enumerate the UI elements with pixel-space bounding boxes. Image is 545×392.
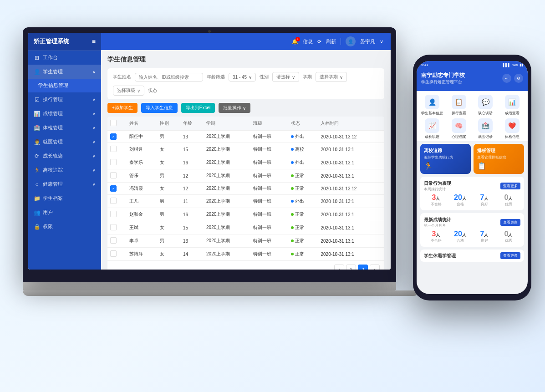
- student-table: 姓名 性别 年龄 学期 班级 状态 入档时间: [107, 117, 384, 261]
- sidebar-item-score[interactable]: 📊 成绩管理 ∨: [28, 107, 101, 121]
- row-gender: 男: [157, 131, 180, 143]
- phone-card-absence[interactable]: 离校追踪 追踪学生离校行为 🏃: [420, 144, 471, 174]
- prev-page-button[interactable]: ‹: [334, 265, 344, 270]
- row-semester: 2020上学期: [204, 183, 250, 195]
- stat-good-num: 7人: [472, 193, 496, 202]
- sidebar-item-health2[interactable]: ○ 健康管理 ∨: [28, 177, 101, 191]
- row-checkbox[interactable]: [110, 211, 117, 217]
- sidebar-item-absence[interactable]: 🏃 离校追踪 ∨: [28, 163, 101, 177]
- next-page-button[interactable]: ›: [370, 265, 380, 270]
- table-row[interactable]: 李卓 男 13 2020上学期 特训一班 正常 2020-10-31 13:1: [107, 234, 384, 248]
- user-icon: 👥: [34, 209, 40, 216]
- row-gender: 女: [157, 221, 180, 234]
- settings-button[interactable]: ⚙: [514, 74, 523, 83]
- student-basic-label: 学生基本信息: [421, 111, 443, 116]
- status-dot-icon: [291, 226, 294, 229]
- sidebar-item-archive[interactable]: 📁 学生档案: [28, 191, 101, 205]
- row-name: 赵和金: [127, 208, 157, 221]
- row-checkbox[interactable]: [110, 159, 117, 165]
- sidebar-menu: ⊞ 工作台 👤 学生管理 ∧ 学生信息管理 ☑ 操行管理 ∨: [28, 51, 101, 270]
- scores-view-more[interactable]: 查看更多: [500, 219, 520, 226]
- export-button[interactable]: 导出到Excel: [181, 103, 215, 113]
- phone-grid-operation[interactable]: 📋 操行查看: [447, 95, 471, 116]
- table-row[interactable]: ✓ 阳征中 男 13 2020上学期 特训一班 外出 2020-10-31 13…: [107, 131, 384, 143]
- more-button[interactable]: ···: [502, 74, 511, 83]
- row-gender: 男: [157, 195, 180, 208]
- phone-grid-growth[interactable]: 📈 成长轨迹: [420, 118, 444, 139]
- sidebar-item-student-info[interactable]: 学生信息管理: [28, 79, 101, 92]
- phone-grid-psych[interactable]: 🧠 心理档案: [447, 118, 471, 139]
- student-leave-view-more[interactable]: 查看更多: [500, 252, 520, 259]
- table-row[interactable]: 刘楷月 女 15 2020上学期 特训一班 离校 2020-10-31 13:1: [107, 143, 384, 156]
- row-status: 外出: [288, 195, 318, 208]
- table-row[interactable]: 王斌 女 15 2020上学期 特训一班 正常 2020-10-31 13:1: [107, 221, 384, 234]
- daily-view-more[interactable]: 查看更多: [500, 183, 520, 189]
- score-fail-num: 3人: [424, 230, 448, 238]
- phone-grid-score[interactable]: 📊 成绩查看: [500, 95, 525, 116]
- table-row[interactable]: 王凡 男 11 2020上学期 特训一班 外出 2020-10-31 13:1: [107, 195, 384, 208]
- semester-label: 学期: [303, 74, 312, 80]
- row-checkbox[interactable]: [110, 224, 117, 230]
- row-checkbox[interactable]: [110, 146, 117, 152]
- score-view-label: 成绩查看: [505, 111, 520, 116]
- semester-filter[interactable]: 选择学期 ∨: [316, 72, 347, 82]
- grade-filter[interactable]: 选择班级 ∨: [113, 86, 144, 96]
- row-checkbox[interactable]: [110, 198, 117, 204]
- import-button[interactable]: 导入学生信息: [141, 103, 178, 113]
- sidebar-item-health[interactable]: 🏥 体检管理 ∨: [28, 121, 101, 135]
- add-student-button[interactable]: +添加学生: [107, 103, 138, 113]
- page-2-button[interactable]: 2: [358, 265, 368, 270]
- table-row[interactable]: 赵和金 男 16 2020上学期 特训一班 正常 2020-10-31 13:1: [107, 208, 384, 221]
- status-badge: 正常: [291, 224, 304, 231]
- sidebar-logo: 矫正管理系统 ≡: [28, 33, 101, 51]
- table-row[interactable]: 管乐 男 12 2020上学期 特训一班 正常 2020-10-31 13:1: [107, 169, 384, 183]
- row-name: 秦学乐: [127, 156, 157, 169]
- batch-button[interactable]: 批量操作 ∨: [219, 103, 250, 113]
- row-age: 12: [180, 183, 204, 195]
- phone-card-board[interactable]: 排板管理 查看管理排板信息 📋: [474, 144, 524, 174]
- sidebar-item-student[interactable]: 👤 学生管理 ∧: [28, 65, 101, 79]
- laptop-camera: [208, 30, 211, 33]
- row-checkbox[interactable]: ✓: [110, 185, 117, 192]
- status-label: 状态: [148, 87, 157, 94]
- talk-label: 谈心谈话: [478, 111, 493, 116]
- phone-screen: 9:41 ▌▌▌ wifi ▮▮ 南宁励志专门学校 学生操行矫正管理平台 ···: [417, 61, 528, 294]
- row-name: 苏博洋: [127, 248, 157, 261]
- row-checkbox[interactable]: [110, 172, 117, 178]
- search-input[interactable]: [135, 73, 203, 81]
- age-filter[interactable]: 31 - 45 ∨: [229, 73, 256, 81]
- row-checkbox[interactable]: [110, 250, 117, 257]
- sidebar-item-permission[interactable]: 🔒 权限: [28, 219, 101, 234]
- user-name: 晏宇凡: [360, 38, 375, 45]
- notification-bell[interactable]: 🔔 1: [292, 39, 298, 45]
- phone-grid-medical[interactable]: 🏥 就医记录: [474, 118, 498, 139]
- student-basic-icon: 👤: [425, 95, 439, 109]
- sidebar-item-growth[interactable]: ⟳ 成长轨迹 ∨: [28, 149, 101, 163]
- score-view-icon: 📊: [505, 95, 520, 109]
- menu-icon[interactable]: ≡: [92, 38, 96, 45]
- table-row[interactable]: 秦学乐 女 16 2020上学期 特训一班 外出 2020-10-31 13:1: [107, 156, 384, 169]
- sidebar-item-user[interactable]: 👥 用户: [28, 205, 101, 219]
- phone-header-top: 南宁励志专门学校 学生操行矫正管理平台 ··· ⚙: [421, 71, 523, 85]
- latest-scores-section: 最新成绩统计 第一个月月考 查看更多 3人 不合格 20人 合格 7人 良好: [420, 213, 524, 247]
- gender-filter[interactable]: 请选择 ∨: [272, 72, 299, 82]
- sidebar-item-operation[interactable]: ☑ 操行管理 ∨: [28, 92, 101, 107]
- row-time: 2020-10-31 13:1: [318, 221, 384, 234]
- signal-icon: ▌▌▌: [503, 63, 510, 67]
- sidebar-item-dashboard[interactable]: ⊞ 工作台: [28, 51, 101, 65]
- row-checkbox[interactable]: [110, 237, 117, 244]
- page-1-button[interactable]: 1: [346, 265, 356, 270]
- table-row[interactable]: 苏博洋 女 14 2020上学期 特训一班 正常 2020-10-31 13:1: [107, 248, 384, 261]
- table-row[interactable]: ✓ 冯清霞 女 12 2020上学期 特训一班 正常 2020-10-31 13…: [107, 183, 384, 195]
- score-pass-num: 20人: [448, 230, 472, 238]
- sidebar-item-employment[interactable]: 👨‍⚕️ 就医管理 ∨: [28, 135, 101, 149]
- row-checkbox[interactable]: ✓: [110, 133, 117, 140]
- select-all-checkbox[interactable]: [110, 120, 117, 126]
- table-header-gender: 性别: [157, 117, 180, 131]
- filter-name-label: 学生姓名: [113, 74, 131, 80]
- phone-grid-exam[interactable]: ❤️ 体检信息: [500, 118, 525, 139]
- phone-grid-talk[interactable]: 💬 谈心谈话: [474, 95, 498, 116]
- phone-grid-student[interactable]: 👤 学生基本信息: [420, 95, 444, 116]
- row-age: 15: [180, 221, 204, 234]
- row-status: 外出: [288, 156, 318, 169]
